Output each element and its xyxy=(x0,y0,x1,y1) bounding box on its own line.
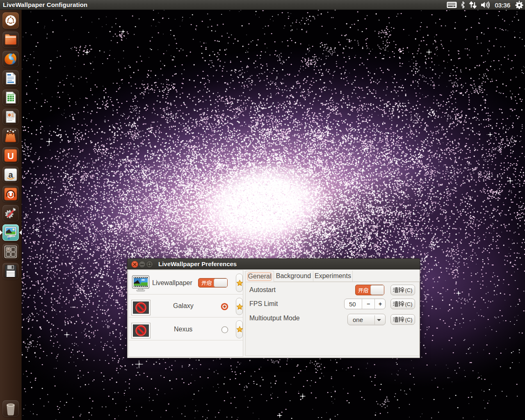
svg-text:U: U xyxy=(7,151,14,161)
svg-text:a: a xyxy=(8,170,13,179)
